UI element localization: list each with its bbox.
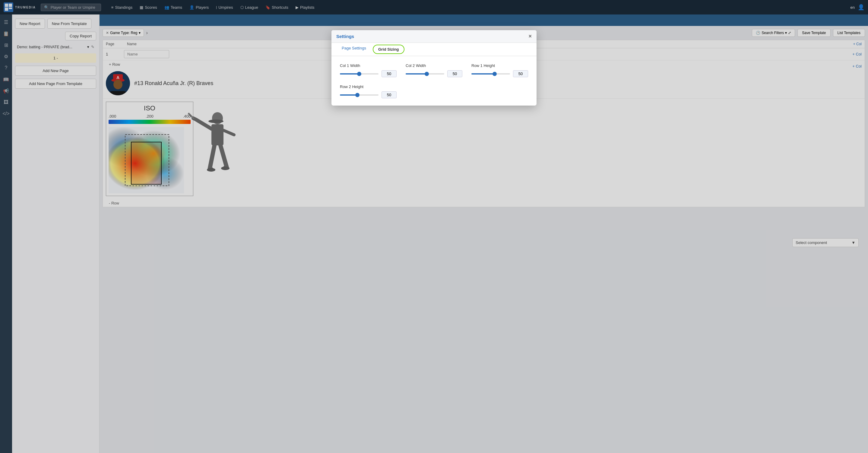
modal-title: Settings [336,34,354,39]
row2-height-label: Row 2 Height [340,85,397,89]
row2-height-track[interactable] [340,94,378,96]
col1-width-group: Col 1 Width 50 [340,63,397,77]
col2-width-group: Col 2 Width 50 [406,63,434,77]
grid-sizing-label: Grid Sizing [378,47,399,52]
col2-width-track[interactable] [406,73,434,74]
col1-width-label: Col 1 Width [340,63,397,68]
col2-width-label: Col 2 Width [406,63,434,68]
col2-width-fill [406,73,427,74]
col1-width-value: 50 [381,70,397,77]
tab-page-settings[interactable]: Page Settings [336,43,372,56]
settings-modal: Settings × Page Settings Grid Sizing Col… [332,30,434,105]
row2-height-thumb[interactable] [355,93,360,97]
col1-width-slider-row: 50 [340,70,397,77]
modal-header: Settings × [332,30,434,43]
modal-tabs: Page Settings Grid Sizing [332,43,434,56]
modal-body: Col 1 Width 50 Col 2 Width [332,56,434,105]
tab-grid-sizing[interactable]: Grid Sizing [373,44,404,54]
modal-overlay: Settings × Page Settings Grid Sizing Col… [0,0,434,227]
page-settings-label: Page Settings [342,46,366,50]
col1-width-thumb[interactable] [357,72,361,76]
col1-width-fill [340,73,359,74]
row2-height-value: 50 [381,91,397,98]
row2-height-fill [340,94,358,96]
row2-height-slider-row: 50 [340,91,397,98]
col2-width-slider-row: 50 [406,70,434,77]
col2-width-thumb[interactable] [425,72,429,76]
col1-width-track[interactable] [340,73,378,74]
row2-height-group: Row 2 Height 50 [340,85,397,98]
